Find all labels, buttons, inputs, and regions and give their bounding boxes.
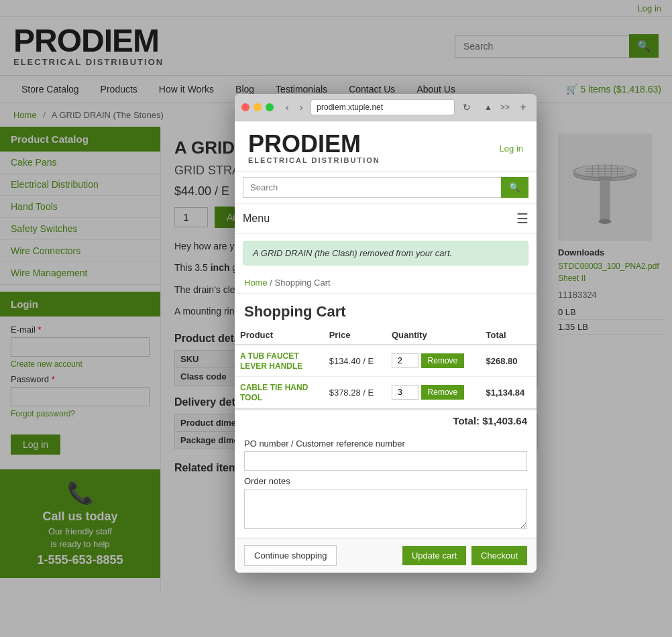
checkout-button[interactable]: Checkout bbox=[471, 546, 527, 565]
table-header-row: Product Price Quantity Total bbox=[235, 326, 537, 345]
modal-notes-label: Order notes bbox=[244, 476, 527, 486]
browser-back-button[interactable]: ‹ bbox=[282, 101, 293, 114]
cart-item-1-name: A TUB FAUCETLEVER HANDLE bbox=[235, 345, 324, 377]
modal-logo-main: PRODIEM bbox=[248, 132, 380, 156]
modal-browser-window: ‹ › prodiem.xtuple.net ↻ ▲ >> + PRODIEM … bbox=[235, 94, 537, 573]
cart-item-2-total: $1,134.84 bbox=[480, 377, 537, 408]
cart-item-1-qty: Remove bbox=[386, 345, 481, 377]
modal-po-label: PO number / Customer reference number bbox=[244, 439, 527, 449]
browser-new-tab-button[interactable]: + bbox=[516, 101, 530, 114]
modal-menu-row: Menu ☰ bbox=[235, 204, 537, 234]
browser-share-button[interactable]: ▲ bbox=[482, 101, 495, 113]
modal-login-link[interactable]: Log in bbox=[500, 143, 523, 154]
browser-reload-button[interactable]: ↻ bbox=[459, 101, 475, 114]
cart-item-1-remove[interactable]: Remove bbox=[421, 353, 465, 368]
modal-breadcrumb-current: Shopping Cart bbox=[275, 278, 331, 288]
modal-breadcrumb-sep: / bbox=[270, 278, 274, 288]
modal-header: PRODIEM ELECTRICAL DISTRIBUTION Log in bbox=[235, 121, 537, 172]
cart-item-2-qty: Remove bbox=[386, 377, 481, 408]
browser-dot-yellow[interactable] bbox=[254, 103, 262, 111]
modal-po-section: PO number / Customer reference number Or… bbox=[235, 432, 537, 538]
modal-cart-total: Total: $1,403.64 bbox=[235, 408, 537, 432]
alert-text: A GRID DRAIN (the Clash) removed from yo… bbox=[253, 248, 452, 258]
col-total: Total bbox=[480, 326, 537, 345]
modal-menu-label: Menu bbox=[243, 213, 270, 225]
update-cart-button[interactable]: Update cart bbox=[402, 546, 466, 565]
cart-item-2-remove[interactable]: Remove bbox=[421, 385, 465, 400]
cart-item-1-total: $268.80 bbox=[480, 345, 537, 377]
browser-dot-red[interactable] bbox=[241, 103, 249, 111]
modal-cart-table: Product Price Quantity Total A TUB FAUCE… bbox=[235, 326, 537, 408]
modal-logo: PRODIEM ELECTRICAL DISTRIBUTION bbox=[248, 132, 380, 164]
modal-notes-textarea[interactable] bbox=[244, 489, 527, 529]
cart-item-2-name: CABLE TIE HANDTOOL bbox=[235, 377, 324, 408]
hamburger-icon[interactable]: ☰ bbox=[516, 211, 528, 227]
modal-content: PRODIEM ELECTRICAL DISTRIBUTION Log in 🔍… bbox=[235, 121, 537, 573]
browser-icons: ▲ >> bbox=[482, 101, 512, 113]
cart-item-1-link[interactable]: A TUB FAUCETLEVER HANDLE bbox=[240, 351, 302, 371]
modal-po-input[interactable] bbox=[244, 451, 527, 471]
browser-dot-green[interactable] bbox=[266, 103, 274, 111]
cart-row-1: A TUB FAUCETLEVER HANDLE $134.40 / E Rem… bbox=[235, 345, 537, 377]
modal-action-buttons: Update cart Checkout bbox=[402, 546, 527, 565]
col-quantity: Quantity bbox=[386, 326, 481, 345]
continue-shopping-button[interactable]: Continue shopping bbox=[244, 545, 337, 566]
col-price: Price bbox=[324, 326, 386, 345]
cart-item-1-price: $134.40 / E bbox=[324, 345, 386, 377]
modal-search-input[interactable] bbox=[243, 177, 501, 198]
modal-cart-title: Shopping Cart bbox=[235, 294, 537, 326]
cart-item-2-qty-input[interactable] bbox=[392, 385, 418, 400]
cart-item-2-price: $378.28 / E bbox=[324, 377, 386, 408]
browser-more-button[interactable]: >> bbox=[498, 101, 512, 113]
modal-logo-sub: ELECTRICAL DISTRIBUTION bbox=[248, 156, 380, 164]
modal-breadcrumb: Home / Shopping Cart bbox=[235, 272, 537, 294]
browser-chrome: ‹ › prodiem.xtuple.net ↻ ▲ >> + bbox=[235, 94, 537, 121]
col-product: Product bbox=[235, 326, 324, 345]
modal-alert: A GRID DRAIN (the Clash) removed from yo… bbox=[243, 241, 528, 266]
modal-search-row: 🔍 bbox=[235, 172, 537, 204]
modal-footer: Continue shopping Update cart Checkout bbox=[235, 538, 537, 573]
modal-breadcrumb-home[interactable]: Home bbox=[244, 278, 268, 288]
browser-forward-button[interactable]: › bbox=[296, 101, 307, 114]
modal-search-button[interactable]: 🔍 bbox=[501, 177, 528, 198]
cart-item-1-qty-input[interactable] bbox=[392, 353, 418, 368]
browser-nav: ‹ › bbox=[282, 101, 306, 114]
cart-item-2-link[interactable]: CABLE TIE HANDTOOL bbox=[240, 383, 308, 402]
cart-row-2: CABLE TIE HANDTOOL $378.28 / E Remove $1… bbox=[235, 377, 537, 408]
browser-url-bar[interactable]: prodiem.xtuple.net bbox=[311, 99, 455, 115]
